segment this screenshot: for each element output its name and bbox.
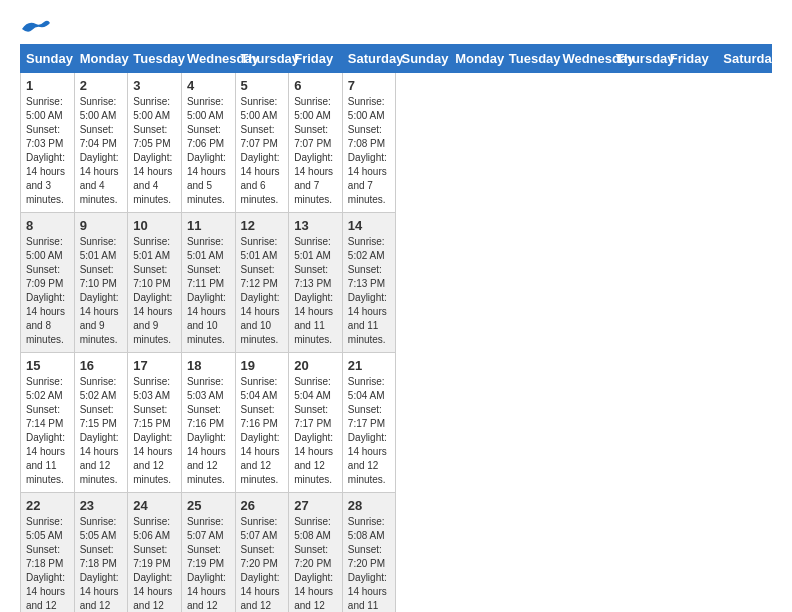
- calendar-cell: 18Sunrise: 5:03 AMSunset: 7:16 PMDayligh…: [181, 353, 235, 493]
- day-number: 11: [187, 218, 230, 233]
- day-number: 17: [133, 358, 176, 373]
- calendar-cell: 16Sunrise: 5:02 AMSunset: 7:15 PMDayligh…: [74, 353, 128, 493]
- calendar-cell: 20Sunrise: 5:04 AMSunset: 7:17 PMDayligh…: [289, 353, 343, 493]
- calendar-cell: 6Sunrise: 5:00 AMSunset: 7:07 PMDaylight…: [289, 73, 343, 213]
- calendar-cell: 15Sunrise: 5:02 AMSunset: 7:14 PMDayligh…: [21, 353, 75, 493]
- day-number: 21: [348, 358, 391, 373]
- calendar-cell: 26Sunrise: 5:07 AMSunset: 7:20 PMDayligh…: [235, 493, 289, 613]
- day-number: 19: [241, 358, 284, 373]
- calendar-cell: 2Sunrise: 5:00 AMSunset: 7:04 PMDaylight…: [74, 73, 128, 213]
- day-number: 3: [133, 78, 176, 93]
- calendar-cell: 23Sunrise: 5:05 AMSunset: 7:18 PMDayligh…: [74, 493, 128, 613]
- calendar-header-row: SundayMondayTuesdayWednesdayThursdayFrid…: [21, 45, 772, 73]
- day-number: 16: [80, 358, 123, 373]
- day-number: 9: [80, 218, 123, 233]
- day-number: 4: [187, 78, 230, 93]
- day-details: Sunrise: 5:07 AMSunset: 7:20 PMDaylight:…: [241, 515, 284, 612]
- day-details: Sunrise: 5:01 AMSunset: 7:11 PMDaylight:…: [187, 235, 230, 347]
- day-number: 10: [133, 218, 176, 233]
- header-thursday: Thursday: [235, 45, 289, 73]
- day-details: Sunrise: 5:03 AMSunset: 7:15 PMDaylight:…: [133, 375, 176, 487]
- day-number: 18: [187, 358, 230, 373]
- day-number: 26: [241, 498, 284, 513]
- day-details: Sunrise: 5:01 AMSunset: 7:10 PMDaylight:…: [133, 235, 176, 347]
- day-details: Sunrise: 5:04 AMSunset: 7:17 PMDaylight:…: [348, 375, 391, 487]
- calendar-cell: 5Sunrise: 5:00 AMSunset: 7:07 PMDaylight…: [235, 73, 289, 213]
- calendar-cell: 22Sunrise: 5:05 AMSunset: 7:18 PMDayligh…: [21, 493, 75, 613]
- calendar-cell: 25Sunrise: 5:07 AMSunset: 7:19 PMDayligh…: [181, 493, 235, 613]
- calendar-cell: 9Sunrise: 5:01 AMSunset: 7:10 PMDaylight…: [74, 213, 128, 353]
- day-details: Sunrise: 5:04 AMSunset: 7:17 PMDaylight:…: [294, 375, 337, 487]
- calendar-cell: 4Sunrise: 5:00 AMSunset: 7:06 PMDaylight…: [181, 73, 235, 213]
- day-details: Sunrise: 5:05 AMSunset: 7:18 PMDaylight:…: [80, 515, 123, 612]
- day-number: 24: [133, 498, 176, 513]
- header-day-wednesday: Wednesday: [557, 45, 611, 73]
- calendar-week-2: 8Sunrise: 5:00 AMSunset: 7:09 PMDaylight…: [21, 213, 772, 353]
- calendar-cell: 19Sunrise: 5:04 AMSunset: 7:16 PMDayligh…: [235, 353, 289, 493]
- calendar-cell: 10Sunrise: 5:01 AMSunset: 7:10 PMDayligh…: [128, 213, 182, 353]
- calendar-cell: 27Sunrise: 5:08 AMSunset: 7:20 PMDayligh…: [289, 493, 343, 613]
- header-day-tuesday: Tuesday: [503, 45, 557, 73]
- calendar-cell: 13Sunrise: 5:01 AMSunset: 7:13 PMDayligh…: [289, 213, 343, 353]
- header-saturday: Saturday: [342, 45, 396, 73]
- day-details: Sunrise: 5:04 AMSunset: 7:16 PMDaylight:…: [241, 375, 284, 487]
- day-details: Sunrise: 5:00 AMSunset: 7:05 PMDaylight:…: [133, 95, 176, 207]
- header-day-sunday: Sunday: [396, 45, 450, 73]
- day-details: Sunrise: 5:01 AMSunset: 7:13 PMDaylight:…: [294, 235, 337, 347]
- calendar-cell: 17Sunrise: 5:03 AMSunset: 7:15 PMDayligh…: [128, 353, 182, 493]
- day-number: 2: [80, 78, 123, 93]
- calendar-cell: 14Sunrise: 5:02 AMSunset: 7:13 PMDayligh…: [342, 213, 396, 353]
- calendar-cell: 7Sunrise: 5:00 AMSunset: 7:08 PMDaylight…: [342, 73, 396, 213]
- day-number: 15: [26, 358, 69, 373]
- day-details: Sunrise: 5:08 AMSunset: 7:20 PMDaylight:…: [348, 515, 391, 612]
- header-day-friday: Friday: [664, 45, 718, 73]
- day-details: Sunrise: 5:00 AMSunset: 7:08 PMDaylight:…: [348, 95, 391, 207]
- day-number: 28: [348, 498, 391, 513]
- calendar-cell: 1Sunrise: 5:00 AMSunset: 7:03 PMDaylight…: [21, 73, 75, 213]
- calendar-week-3: 15Sunrise: 5:02 AMSunset: 7:14 PMDayligh…: [21, 353, 772, 493]
- calendar-week-1: 1Sunrise: 5:00 AMSunset: 7:03 PMDaylight…: [21, 73, 772, 213]
- header-friday: Friday: [289, 45, 343, 73]
- day-number: 14: [348, 218, 391, 233]
- day-details: Sunrise: 5:00 AMSunset: 7:04 PMDaylight:…: [80, 95, 123, 207]
- day-number: 1: [26, 78, 69, 93]
- day-details: Sunrise: 5:01 AMSunset: 7:10 PMDaylight:…: [80, 235, 123, 347]
- day-number: 12: [241, 218, 284, 233]
- day-number: 5: [241, 78, 284, 93]
- day-number: 25: [187, 498, 230, 513]
- day-details: Sunrise: 5:08 AMSunset: 7:20 PMDaylight:…: [294, 515, 337, 612]
- day-number: 6: [294, 78, 337, 93]
- header-tuesday: Tuesday: [128, 45, 182, 73]
- calendar-cell: 8Sunrise: 5:00 AMSunset: 7:09 PMDaylight…: [21, 213, 75, 353]
- calendar-cell: 28Sunrise: 5:08 AMSunset: 7:20 PMDayligh…: [342, 493, 396, 613]
- header-day-saturday: Saturday: [718, 45, 772, 73]
- day-details: Sunrise: 5:02 AMSunset: 7:14 PMDaylight:…: [26, 375, 69, 487]
- calendar-week-4: 22Sunrise: 5:05 AMSunset: 7:18 PMDayligh…: [21, 493, 772, 613]
- day-number: 7: [348, 78, 391, 93]
- day-details: Sunrise: 5:00 AMSunset: 7:03 PMDaylight:…: [26, 95, 69, 207]
- calendar-cell: 3Sunrise: 5:00 AMSunset: 7:05 PMDaylight…: [128, 73, 182, 213]
- header-monday: Monday: [74, 45, 128, 73]
- day-number: 13: [294, 218, 337, 233]
- calendar-cell: 12Sunrise: 5:01 AMSunset: 7:12 PMDayligh…: [235, 213, 289, 353]
- header-day-thursday: Thursday: [611, 45, 665, 73]
- day-details: Sunrise: 5:07 AMSunset: 7:19 PMDaylight:…: [187, 515, 230, 612]
- day-details: Sunrise: 5:02 AMSunset: 7:13 PMDaylight:…: [348, 235, 391, 347]
- calendar-table: SundayMondayTuesdayWednesdayThursdayFrid…: [20, 44, 772, 612]
- day-details: Sunrise: 5:02 AMSunset: 7:15 PMDaylight:…: [80, 375, 123, 487]
- day-number: 20: [294, 358, 337, 373]
- day-details: Sunrise: 5:00 AMSunset: 7:06 PMDaylight:…: [187, 95, 230, 207]
- calendar-cell: 21Sunrise: 5:04 AMSunset: 7:17 PMDayligh…: [342, 353, 396, 493]
- day-details: Sunrise: 5:00 AMSunset: 7:07 PMDaylight:…: [241, 95, 284, 207]
- day-details: Sunrise: 5:01 AMSunset: 7:12 PMDaylight:…: [241, 235, 284, 347]
- day-details: Sunrise: 5:05 AMSunset: 7:18 PMDaylight:…: [26, 515, 69, 612]
- day-number: 27: [294, 498, 337, 513]
- header-day-monday: Monday: [450, 45, 504, 73]
- day-number: 23: [80, 498, 123, 513]
- calendar-cell: 24Sunrise: 5:06 AMSunset: 7:19 PMDayligh…: [128, 493, 182, 613]
- day-details: Sunrise: 5:00 AMSunset: 7:07 PMDaylight:…: [294, 95, 337, 207]
- page-header: [20, 20, 772, 34]
- logo-bird-icon: [22, 20, 50, 38]
- day-details: Sunrise: 5:06 AMSunset: 7:19 PMDaylight:…: [133, 515, 176, 612]
- header-wednesday: Wednesday: [181, 45, 235, 73]
